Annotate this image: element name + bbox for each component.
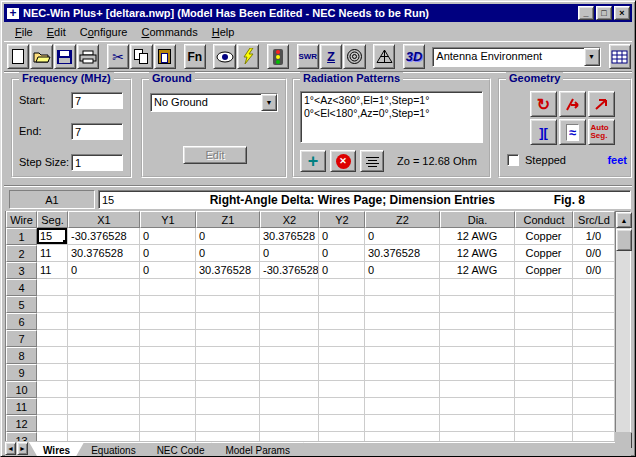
table-cell[interactable]: 30.376528	[365, 245, 440, 262]
table-cell[interactable]: 12 AWG	[440, 245, 515, 262]
table-cell[interactable]: Copper	[515, 262, 573, 279]
table-cell[interactable]	[319, 296, 365, 313]
stepped-checkbox[interactable]	[507, 154, 519, 166]
menu-file[interactable]: File	[8, 24, 40, 40]
wire-view-button[interactable]	[373, 44, 395, 69]
table-cell[interactable]	[440, 381, 515, 398]
table-cell[interactable]	[319, 381, 365, 398]
column-header-srcld[interactable]: Src/Ld	[573, 211, 615, 228]
table-cell[interactable]	[440, 279, 515, 296]
table-cell[interactable]	[196, 347, 260, 364]
auto-seg-button[interactable]: Auto Seg.	[588, 119, 615, 145]
status-button[interactable]	[267, 44, 289, 69]
table-cell[interactable]: 1/0	[573, 228, 615, 245]
table-cell[interactable]	[37, 347, 68, 364]
table-cell[interactable]	[140, 330, 196, 347]
row-header[interactable]: 8	[6, 347, 37, 364]
scroll-up-button[interactable]: ▲	[616, 212, 632, 228]
row-header[interactable]: 7	[6, 330, 37, 347]
table-cell[interactable]	[68, 398, 140, 415]
table-cell[interactable]: 0	[319, 262, 365, 279]
function-button[interactable]: Fn	[184, 44, 206, 69]
table-cell[interactable]	[573, 279, 615, 296]
table-cell[interactable]	[196, 415, 260, 432]
environment-dropdown[interactable]: Antenna Environment ▼	[432, 47, 600, 67]
table-cell[interactable]: 0/0	[573, 245, 615, 262]
table-cell[interactable]	[515, 279, 573, 296]
ground-dropdown-arrow[interactable]: ▼	[261, 94, 277, 111]
table-cell[interactable]	[515, 347, 573, 364]
scale-wire-button[interactable]	[588, 91, 615, 117]
table-cell[interactable]: 30.376528	[260, 228, 319, 245]
column-header-dia[interactable]: Dia.	[440, 211, 515, 228]
table-cell[interactable]	[68, 415, 140, 432]
table-cell[interactable]	[196, 364, 260, 381]
table-cell[interactable]	[37, 381, 68, 398]
rotate-wire-button[interactable]: ↻	[530, 91, 557, 117]
table-cell[interactable]	[319, 432, 365, 441]
row-header[interactable]: 2	[6, 245, 37, 262]
start-input[interactable]: 7	[71, 92, 123, 109]
end-input[interactable]: 7	[71, 123, 123, 140]
table-cell[interactable]	[140, 364, 196, 381]
step-size-input[interactable]: 1	[71, 154, 123, 171]
table-cell[interactable]	[319, 347, 365, 364]
formula-bar[interactable]: 15 Right-Angle Delta: Wires Page; Dimens…	[98, 190, 631, 209]
column-header-x1[interactable]: X1	[68, 211, 140, 228]
row-header[interactable]: 5	[6, 296, 37, 313]
table-cell[interactable]	[515, 398, 573, 415]
table-cell[interactable]	[68, 313, 140, 330]
table-cell[interactable]	[573, 432, 615, 441]
pattern-plot-button[interactable]	[343, 44, 365, 69]
table-cell[interactable]	[37, 296, 68, 313]
delete-pattern-button[interactable]: ✕	[330, 150, 356, 172]
table-cell[interactable]	[196, 279, 260, 296]
column-header-x2[interactable]: X2	[260, 211, 319, 228]
maximize-button[interactable]: □	[596, 6, 612, 20]
table-cell[interactable]: 0/0	[573, 262, 615, 279]
table-cell[interactable]	[140, 313, 196, 330]
column-header-y2[interactable]: Y2	[319, 211, 365, 228]
new-file-button[interactable]	[7, 44, 29, 69]
table-cell[interactable]	[319, 313, 365, 330]
environment-dropdown-arrow[interactable]: ▼	[584, 48, 600, 66]
table-cell[interactable]: 0	[196, 228, 260, 245]
table-cell[interactable]	[365, 364, 440, 381]
table-cell[interactable]	[37, 313, 68, 330]
table-cell[interactable]	[515, 296, 573, 313]
menu-edit[interactable]: Edit	[40, 24, 73, 40]
menu-help[interactable]: Help	[205, 24, 242, 40]
radiation-patterns-list[interactable]: 1°<Az<360°,El=1°,Step=1° 0°<El<180°,Az=0…	[300, 91, 483, 143]
table-cell[interactable]	[260, 279, 319, 296]
table-cell[interactable]	[365, 313, 440, 330]
title-bar[interactable]: + NEC-Win Plus+ [deltara.nwp] (Model Has…	[4, 4, 632, 22]
table-cell[interactable]	[196, 330, 260, 347]
table-cell[interactable]	[573, 381, 615, 398]
table-cell[interactable]	[260, 296, 319, 313]
table-cell[interactable]	[440, 398, 515, 415]
table-cell[interactable]: 0	[68, 262, 140, 279]
table-cell[interactable]	[68, 279, 140, 296]
table-cell[interactable]	[440, 415, 515, 432]
table-cell[interactable]	[260, 347, 319, 364]
table-cell[interactable]	[573, 398, 615, 415]
table-cell[interactable]	[140, 347, 196, 364]
table-cell[interactable]	[260, 330, 319, 347]
table-cell[interactable]	[573, 330, 615, 347]
table-cell[interactable]: Copper	[515, 228, 573, 245]
table-cell[interactable]	[440, 347, 515, 364]
row-header[interactable]: 11	[6, 398, 37, 415]
table-cell[interactable]	[440, 432, 515, 441]
table-cell[interactable]: 30.376528	[196, 262, 260, 279]
table-cell[interactable]	[37, 330, 68, 347]
row-header[interactable]: 6	[6, 313, 37, 330]
table-cell[interactable]	[365, 330, 440, 347]
tab-scroll-right[interactable]: ►	[17, 442, 28, 455]
table-cell[interactable]	[260, 415, 319, 432]
table-cell[interactable]	[260, 432, 319, 441]
cut-button[interactable]: ✂	[107, 44, 129, 69]
print-button[interactable]	[77, 44, 99, 69]
table-cell[interactable]	[573, 313, 615, 330]
table-cell[interactable]	[319, 415, 365, 432]
column-header-seg[interactable]: Seg.	[37, 211, 68, 228]
